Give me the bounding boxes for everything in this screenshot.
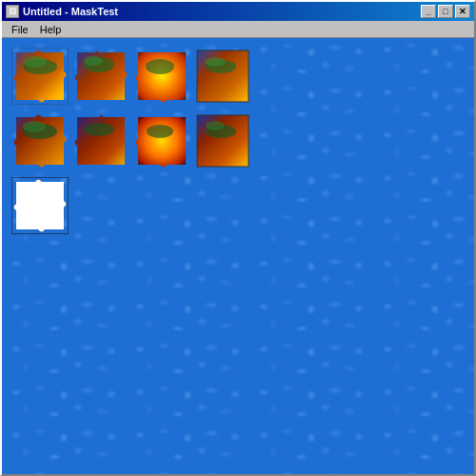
image-row-3: [11, 177, 69, 234]
mask-piece-1: [11, 177, 69, 234]
svg-point-12: [205, 57, 226, 67]
title-bar-buttons: _ □ ✕: [421, 5, 470, 18]
puzzle-piece-6: [72, 112, 129, 169]
window-title: Untitled - MaskTest: [23, 6, 118, 17]
minimize-button[interactable]: _: [421, 5, 436, 18]
svg-rect-5: [72, 48, 129, 105]
close-button[interactable]: ✕: [455, 5, 470, 18]
title-bar-left: 🖼 Untitled - MaskTest: [6, 5, 118, 18]
svg-rect-17: [72, 112, 129, 169]
maximize-button[interactable]: □: [438, 5, 453, 18]
svg-rect-8: [133, 48, 190, 105]
menu-help[interactable]: Help: [34, 23, 68, 36]
puzzle-piece-8: [194, 112, 251, 169]
app-icon: 🖼: [6, 5, 19, 18]
puzzle-piece-3: [133, 48, 190, 105]
svg-point-2: [24, 56, 47, 68]
svg-rect-10: [197, 50, 248, 102]
menu-bar: File Help: [2, 21, 474, 38]
svg-rect-19: [133, 112, 190, 169]
canvas-area: [2, 38, 474, 474]
svg-rect-14: [11, 112, 69, 169]
image-row-1: [11, 48, 251, 105]
svg-point-16: [23, 121, 46, 132]
puzzle-piece-5: [11, 112, 69, 169]
menu-file[interactable]: File: [6, 23, 34, 36]
puzzle-piece-1: [11, 48, 69, 105]
main-window: 🖼 Untitled - MaskTest _ □ ✕ File Help: [0, 0, 476, 476]
puzzle-piece-7: [133, 112, 190, 169]
svg-point-7: [84, 56, 103, 66]
svg-point-23: [206, 121, 225, 130]
title-bar: 🖼 Untitled - MaskTest _ □ ✕: [2, 2, 474, 21]
svg-point-9: [146, 59, 174, 74]
svg-point-18: [84, 123, 114, 136]
puzzle-piece-4: [194, 48, 251, 105]
svg-point-20: [147, 125, 173, 138]
svg-rect-0: [11, 48, 69, 105]
puzzle-piece-2: [72, 48, 129, 105]
image-row-2: [11, 112, 251, 169]
